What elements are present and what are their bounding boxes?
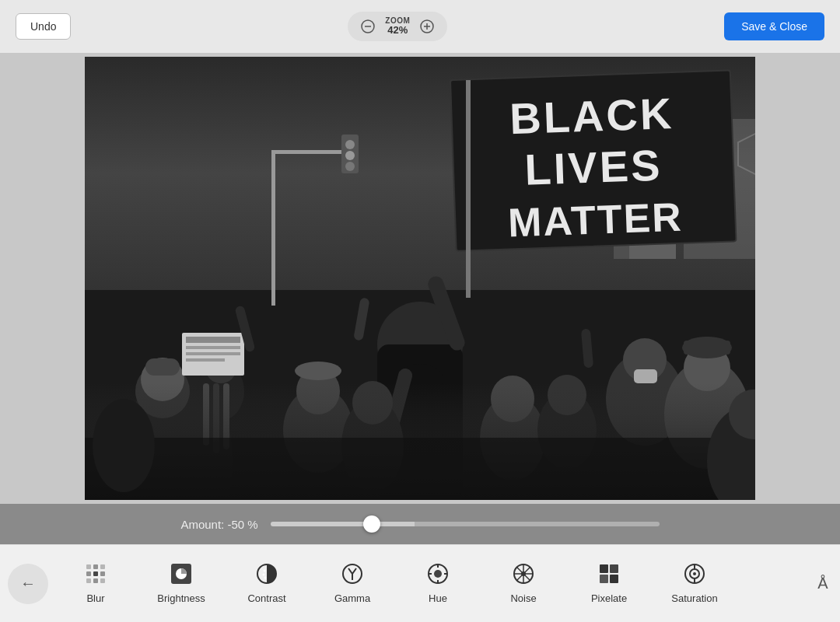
tool-pixelate[interactable]: Pixelate — [566, 553, 652, 615]
contrast-icon — [256, 563, 278, 588]
svg-point-82 — [264, 570, 266, 572]
zoom-control: ZOOM 42% — [348, 12, 447, 40]
svg-rect-74 — [93, 571, 98, 576]
svg-point-105 — [693, 572, 696, 575]
saturation-label: Saturation — [671, 592, 717, 604]
svg-point-16 — [345, 162, 355, 171]
svg-rect-99 — [600, 564, 608, 573]
amount-slider[interactable] — [271, 522, 660, 526]
undo-button[interactable]: Undo — [16, 13, 71, 40]
back-arrow-icon: ← — [20, 575, 36, 592]
svg-rect-55 — [186, 337, 240, 343]
gamma-icon — [341, 563, 363, 588]
svg-rect-60 — [85, 438, 755, 500]
image-area: BLACK LIVES MATTER — [0, 53, 840, 504]
tools-list: Blur Brightness Contrast Gamma — [53, 553, 809, 615]
svg-rect-12 — [271, 150, 349, 154]
back-button[interactable]: ← — [8, 564, 48, 604]
zoom-value: 42% — [387, 25, 408, 36]
svg-rect-22 — [466, 80, 471, 298]
svg-rect-26 — [145, 358, 180, 376]
tool-blur[interactable]: Blur — [53, 553, 138, 615]
svg-rect-57 — [186, 352, 240, 355]
svg-rect-70 — [86, 564, 91, 569]
svg-point-47 — [295, 362, 341, 380]
protest-photo: BLACK LIVES MATTER — [85, 57, 755, 500]
svg-rect-101 — [600, 575, 608, 583]
svg-rect-73 — [86, 571, 91, 576]
svg-point-64 — [93, 399, 155, 492]
svg-point-15 — [345, 151, 355, 160]
svg-rect-100 — [610, 564, 618, 573]
svg-rect-44 — [684, 341, 730, 355]
tool-brightness[interactable]: Brightness — [138, 553, 224, 615]
brightness-label: Brightness — [157, 592, 205, 604]
gamma-label: Gamma — [334, 592, 370, 604]
amount-label: Amount: -50 % — [180, 518, 257, 531]
pixelate-icon — [598, 563, 620, 588]
svg-rect-76 — [86, 578, 91, 583]
blur-label: Blur — [86, 592, 104, 604]
svg-point-84 — [264, 577, 267, 579]
svg-rect-77 — [93, 578, 98, 583]
svg-rect-40 — [634, 369, 657, 383]
svg-rect-11 — [271, 150, 275, 306]
hue-label: Hue — [429, 592, 447, 604]
pixelate-label: Pixelate — [591, 592, 627, 604]
tool-contrast[interactable]: Contrast — [224, 553, 310, 615]
amount-bar: Amount: -50 % — [0, 504, 840, 544]
svg-point-83 — [263, 574, 265, 576]
zoom-out-button[interactable] — [359, 17, 377, 36]
tool-noise[interactable]: Noise — [481, 553, 566, 615]
svg-rect-75 — [100, 571, 105, 576]
noise-icon — [513, 563, 534, 588]
svg-text:LIVES: LIVES — [524, 141, 663, 194]
tool-hue[interactable]: Hue — [395, 553, 481, 615]
zoom-label: ZOOM 42% — [385, 16, 410, 36]
blur-icon — [85, 563, 107, 588]
tools-bar: ← Blur Brightness Contrast — [0, 544, 840, 622]
brightness-icon — [170, 563, 192, 588]
svg-point-88 — [434, 570, 442, 578]
image-container: BLACK LIVES MATTER — [85, 57, 755, 500]
svg-point-14 — [345, 140, 355, 149]
svg-rect-56 — [186, 346, 240, 349]
more-tools-button[interactable]: Å — [809, 553, 837, 615]
save-close-button[interactable]: Save & Close — [724, 12, 824, 40]
tool-gamma[interactable]: Gamma — [310, 553, 395, 615]
saturation-icon — [684, 563, 705, 588]
svg-point-98 — [521, 571, 526, 576]
hue-icon — [427, 563, 449, 588]
svg-text:MATTER: MATTER — [507, 194, 684, 246]
more-tools-icon: Å — [817, 575, 828, 592]
noise-label: Noise — [510, 592, 536, 604]
svg-rect-71 — [93, 564, 98, 569]
toolbar: Undo ZOOM 42% Save & Close — [0, 0, 840, 53]
zoom-in-button[interactable] — [418, 17, 436, 36]
svg-rect-58 — [186, 358, 225, 362]
svg-rect-78 — [100, 578, 105, 583]
svg-text:BLACK: BLACK — [509, 89, 674, 143]
svg-rect-102 — [610, 575, 618, 583]
contrast-label: Contrast — [247, 592, 285, 604]
svg-rect-72 — [100, 564, 105, 569]
tool-saturation[interactable]: Saturation — [652, 553, 737, 615]
